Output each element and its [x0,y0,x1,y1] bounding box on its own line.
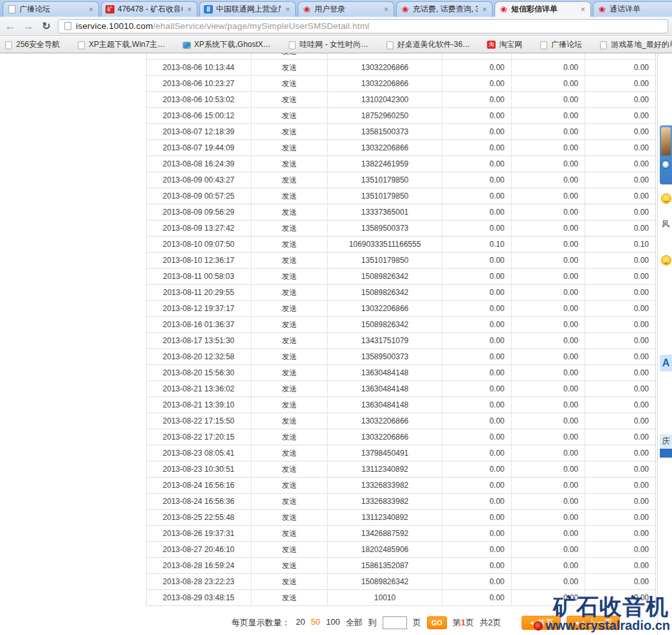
prev-page-button[interactable]: ◄◄上一页 [567,616,620,630]
bookmark-item[interactable]: 好桌道美化软件-36… [385,39,470,50]
cell-fee3: 0.00 [585,365,655,380]
bookmark-item[interactable]: 哇哇网 - 女性时尚… [287,39,368,50]
prev-page-icon: ◄◄ [574,620,585,626]
tab-label: 用户登录 [314,4,379,15]
cell-fee1: 0.00 [442,76,512,91]
cell-fee1: 0.00 [442,269,512,284]
wind-label: 风 [662,219,669,229]
table-row: 2013-08-08 16:24:39发送138224619590.000.00… [147,156,655,172]
reload-button[interactable]: ↻ [40,20,53,32]
cell-fee2: 0.00 [512,461,586,477]
cell-datetime: 2013-08-06 10:13:44 [147,60,251,75]
first-page-button[interactable]: ◄首页 [522,616,561,630]
browser-tab[interactable]: ❀用户登录× [298,1,394,17]
document-icon [540,40,547,48]
bookmark-item[interactable]: 256安全导航 [4,39,60,50]
table-row: 2013-08-16 01:36:37发送150898263420.000.00… [147,317,655,333]
current-page-indicator: 第1页 [453,617,474,629]
smiley-icon[interactable] [661,193,671,204]
back-button[interactable]: ← [4,20,17,33]
tab-close-icon[interactable]: × [579,5,586,14]
cell-number [328,53,442,59]
bookmark-label: 256安全导航 [16,39,60,50]
per-page-option[interactable]: 20 [296,617,305,629]
kuang-icon: 矿 [105,5,114,13]
address-bar[interactable]: iservice.10010.com/ehallService/view/pag… [58,19,668,33]
cell-type: 发送 [251,429,329,445]
cell-fee3: 0.00 [585,269,655,284]
go-button[interactable]: GO [427,616,447,629]
cell-fee1: 0.00 [442,253,512,268]
cell-datetime: 2013-08-20 15:56:30 [147,365,251,380]
cell-datetime: 2013-08-07 19:44:09 [147,140,251,156]
browser-tab[interactable]: 8中国联通网上营业厅× [199,1,296,17]
cell-fee3: 0.00 [585,108,655,123]
cell-number: 13112340892 [328,461,442,477]
browser-tab[interactable]: ❀短信彩信详单× [495,1,591,17]
tab-close-icon[interactable]: × [481,5,488,14]
tab-close-icon[interactable]: × [284,5,291,14]
tab-label: 广播论坛 [19,4,84,15]
bookmark-label: 好桌道美化软件-36… [397,39,470,50]
cell-fee3: 0.00 [585,253,655,268]
cell-type: 发送 [251,590,329,605]
cell-number: 13630484148 [328,397,442,413]
cell-type: 发送 [251,60,329,75]
cell-fee2: 0.00 [512,172,586,188]
cell-datetime: 2013-08-09 00:57:25 [147,188,251,204]
bookmark-item[interactable]: XP系统下载,GhostX… [182,39,271,50]
browser-tab[interactable]: 矿476478 - 矿石收音机× [101,1,197,17]
bookmark-item[interactable]: 淘淘宝网 [487,39,522,50]
cell-number: 13510179850 [328,188,442,204]
cell-number: 13326833982 [328,478,442,493]
font-size-widget[interactable]: A [660,355,672,371]
cell-fee1: 0.00 [442,461,512,477]
cell-fee3: 0.00 [585,220,655,236]
qq-panel[interactable] [660,125,672,184]
cell-fee1: 0.10 [442,237,512,252]
cell-fee3: 0.00 [585,124,655,139]
cell-fee1: 0.00 [442,349,512,364]
cell-fee2: 0.00 [512,574,586,589]
bookmark-item[interactable]: XP主题下载,Win7主… [77,39,165,50]
browser-tab[interactable]: ❀充话费, 话费查询, 3g× [396,1,493,17]
smiley-icon[interactable] [661,255,671,265]
document-icon [77,40,85,49]
cell-number: 13032206866 [328,429,442,445]
cell-fee1: 0.00 [442,542,512,557]
per-page-option[interactable]: 全部 [346,617,363,629]
cell-datetime: 2013-08-22 17:15:50 [147,413,251,429]
cell-fee1: 0.00 [442,478,512,493]
tab-close-icon[interactable]: × [87,5,95,14]
cell-fee2: 0.00 [512,558,586,573]
cell-fee1: 0.00 [442,381,512,397]
cell-datetime: 2013-08-10 09:07:50 [147,237,251,252]
cell-fee1: 0.00 [442,220,512,236]
page-number-input[interactable] [383,616,407,629]
cell-datetime: 2013-08-21 13:36:02 [147,381,251,397]
cell-fee3: 0.00 [585,494,655,509]
cell-fee3: 0.00 [585,445,655,461]
cell-type: 发送 [251,269,329,284]
cell-number: 13822461959 [328,156,442,172]
per-page-option[interactable]: 50 [311,617,320,629]
cell-type: 发送 [251,526,329,541]
table-row: 2013-08-21 13:36:02发送136304841480.000.00… [147,381,655,397]
forward-button[interactable]: → [22,20,35,33]
unicom-knot-icon: ❀ [597,5,606,14]
tab-close-icon[interactable]: × [383,5,390,14]
cell-fee2: 0.00 [512,429,586,445]
bookmark-item[interactable]: 广播论坛 [539,39,582,50]
cell-number: 13032206866 [328,76,442,91]
url-path: /ehallService/view/page/mySimpleUserSMSD… [153,21,369,31]
page-edge-divider [657,53,658,635]
camera-icon[interactable] [661,160,670,169]
per-page-option[interactable]: 100 [326,617,340,629]
sms-detail-table: 发送 2013-08-06 10:13:44发送130322068660.000… [146,53,656,606]
cell-fee2: 0.00 [512,542,586,557]
table-row: 2013-08-10 12:36:17发送135101798500.000.00… [147,253,655,269]
browser-tab[interactable]: 广播论坛× [3,1,99,17]
cell-fee3: 0.00 [585,349,655,364]
avatar[interactable] [661,127,671,156]
tab-close-icon[interactable]: × [186,5,193,14]
